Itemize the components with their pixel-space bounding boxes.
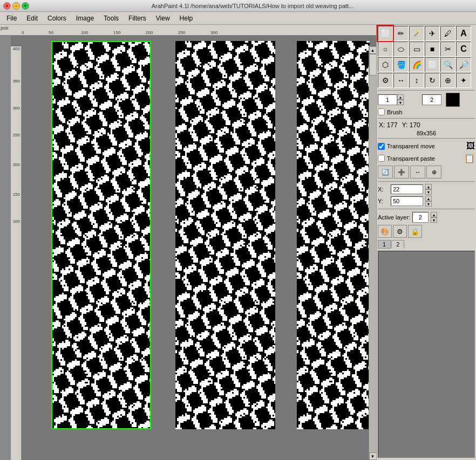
close-button[interactable]: × [3, 2, 11, 10]
menu-item-help[interactable]: Help [175, 13, 198, 23]
coord-display: X: 177 Y: 170 [378, 120, 475, 130]
gradient-tool[interactable]: 🌈 [409, 57, 424, 72]
move-tool[interactable]: ✈ [425, 26, 440, 41]
pattern-panel-2[interactable] [175, 41, 275, 429]
ruler-left-tick-350: 350 [13, 79, 20, 84]
ruler-left: 400350300250200150100 [11, 46, 22, 460]
rect-select-tool[interactable]: ⬜ [378, 26, 393, 41]
x-input-row: X: ▲ ▼ [378, 184, 475, 195]
move-icon-btn[interactable]: 🔄 [378, 166, 393, 178]
right-toolbar: ⬜ ✏ 🪄 ✈ 🖊 A ○ ⬭ ▭ ■ ✂ C ⬡ 🪣 🌈 ⬜ 🔍 🔎 ⚙ ↔ … [376, 25, 476, 460]
dimensions-label: 89x356 [378, 130, 475, 136]
y-up-arrow[interactable]: ▲ [425, 196, 432, 201]
ruler-tick-250: 250 [178, 30, 185, 35]
active-layer-up[interactable]: ▲ [431, 212, 437, 217]
pencil-tool[interactable]: 🖊 [440, 26, 455, 41]
brush-checkbox[interactable] [378, 108, 385, 115]
ruler-tick-200: 200 [146, 30, 153, 35]
transparent-move-row: Transparent move 🖼 [378, 141, 475, 151]
eraser-tool[interactable]: ⬜ [425, 57, 440, 72]
layer-lock-btn[interactable]: 🔒 [408, 225, 422, 238]
pattern-panel-3[interactable] [297, 41, 370, 429]
y-input[interactable] [391, 196, 423, 206]
ruler-tick-0: 0 [22, 30, 24, 35]
lasso-tool[interactable]: ✏ [393, 26, 409, 41]
vscrollbar[interactable]: ▲ ▼ [369, 46, 376, 460]
menu-item-edit[interactable]: Edit [22, 13, 42, 23]
ruler-unit-label: poir [0, 25, 9, 31]
main-area: poir 050100150200250300 4003503002502001… [0, 25, 476, 460]
misc-tool[interactable]: ✦ [456, 73, 471, 88]
brush-size-input[interactable] [378, 94, 397, 105]
window-buttons[interactable]: × − + [3, 2, 29, 10]
menu-item-filters[interactable]: Filters [124, 13, 151, 23]
fill-tool[interactable]: 🪣 [393, 57, 409, 72]
rotate-tool[interactable]: ↻ [425, 73, 440, 88]
zoom-out-tool[interactable]: 🔎 [456, 57, 471, 72]
minimize-button[interactable]: − [12, 2, 20, 10]
menu-item-file[interactable]: File [2, 13, 21, 23]
brush-spinbox-container[interactable]: ▲ ▼ [378, 94, 404, 105]
filled-rect-tool[interactable]: ■ [425, 42, 440, 57]
ruler-left-tick-250: 250 [13, 133, 20, 138]
brush-value2-input[interactable] [422, 94, 441, 105]
scroll-up-button[interactable]: ▲ [369, 46, 377, 54]
ellipse-tool[interactable]: ○ [378, 42, 393, 57]
x-down-arrow[interactable]: ▼ [425, 189, 432, 195]
cut-tool[interactable]: ✂ [440, 42, 455, 57]
ruler-left-tick-300: 300 [13, 106, 20, 111]
transparent-paste-checkbox[interactable] [378, 155, 385, 162]
copy-tool[interactable]: C [456, 42, 471, 57]
menu-item-colors[interactable]: Colors [43, 13, 71, 23]
layer-tab-2[interactable]: 2 [391, 240, 404, 249]
paste-icon-btn[interactable]: ➕ [394, 166, 409, 178]
color-swatch[interactable] [446, 93, 460, 107]
brush-spin-arrows[interactable]: ▲ ▼ [397, 94, 404, 105]
flip-h-tool[interactable]: ↔ [393, 73, 409, 88]
layer-manage-btn[interactable]: ⚙ [393, 225, 407, 238]
y-arrows[interactable]: ▲ ▼ [425, 196, 432, 207]
pattern-panel-1[interactable] [51, 41, 151, 429]
maximize-button[interactable]: + [22, 2, 29, 10]
wand-tool[interactable]: 🪄 [409, 26, 424, 41]
sep-5 [378, 209, 475, 209]
brush-down-arrow[interactable]: ▼ [397, 100, 404, 105]
pattern-tool[interactable]: ⚙ [378, 73, 393, 88]
oval-tool[interactable]: ⬭ [393, 42, 409, 57]
transparent-paste-icon: 📋 [464, 153, 475, 163]
active-layer-label: Active layer: [378, 214, 410, 221]
brush-checkbox-row: Brush [378, 108, 475, 115]
flip-v-tool[interactable]: ↕ [409, 73, 424, 88]
spread-tool[interactable]: ⊕ [440, 73, 455, 88]
canvas-viewport[interactable]: 400350300250200150100 ▲ [11, 36, 376, 460]
x-input-label: X: [378, 186, 389, 193]
scroll-down-button[interactable]: ▼ [369, 452, 377, 460]
scroll-thumb[interactable] [369, 54, 377, 75]
menu-item-view[interactable]: View [152, 13, 174, 23]
zoom-in-tool[interactable]: 🔍 [440, 57, 455, 72]
y-input-row: Y: ▲ ▼ [378, 196, 475, 207]
x-arrows[interactable]: ▲ ▼ [425, 184, 432, 195]
menu-item-image[interactable]: Image [72, 13, 98, 23]
active-layer-down[interactable]: ▼ [431, 217, 437, 223]
layer-add-btn[interactable]: 🎨 [378, 225, 392, 238]
y-down-arrow[interactable]: ▼ [425, 201, 432, 207]
tool-row-1: ⬜ ✏ 🪄 ✈ 🖊 A [378, 26, 475, 41]
scroll-track[interactable] [369, 54, 377, 452]
stamp-tool[interactable]: ⬡ [378, 57, 393, 72]
active-layer-arrows[interactable]: ▲ ▼ [431, 212, 437, 223]
flip-icon-btn[interactable]: ↔ [410, 166, 425, 178]
ruler-tick-100: 100 [81, 30, 88, 35]
x-up-arrow[interactable]: ▲ [425, 184, 432, 189]
layer-icons-row: 🎨 ⚙ 🔒 [378, 225, 475, 238]
transparent-move-checkbox[interactable] [378, 143, 385, 150]
menu-item-tools[interactable]: Tools [99, 13, 123, 23]
text-tool[interactable]: A [456, 26, 471, 41]
spread-icon-btn[interactable]: ⊕ [426, 166, 441, 178]
x-input[interactable] [391, 184, 423, 194]
transparent-paste-label: Transparent paste [387, 155, 435, 162]
layer-tab-1[interactable]: 1 [378, 240, 391, 249]
active-layer-input[interactable] [412, 212, 429, 223]
brush-up-arrow[interactable]: ▲ [397, 94, 404, 100]
rect-tool[interactable]: ▭ [409, 42, 424, 57]
